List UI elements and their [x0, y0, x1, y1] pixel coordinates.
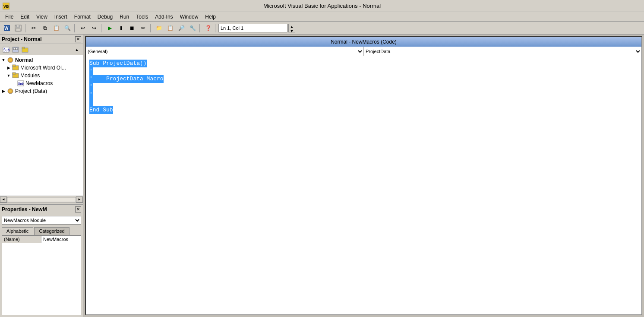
code-selected-1: Sub ProjectData() [89, 60, 147, 67]
menu-tools[interactable]: Tools [133, 13, 152, 21]
properties-panel-header: Properties - NewM ✕ [0, 205, 83, 214]
menu-debug[interactable]: Debug [94, 13, 116, 21]
menu-file[interactable]: File [2, 13, 17, 21]
code-editor[interactable]: Sub ProjectData() ' ' ProjectData Macro … [86, 56, 641, 314]
design-btn[interactable]: ✏ [138, 23, 148, 33]
break-btn[interactable]: ⏸ [116, 23, 126, 33]
main-layout: Project - Normal ✕ Sub [0, 35, 644, 317]
toolbar-separator-1 [25, 24, 27, 32]
project-panel-close[interactable]: ✕ [75, 36, 81, 42]
properties-panel: Properties - NewM ✕ NewMacros Module Alp… [0, 205, 83, 317]
tree-label-normal: Normal [15, 57, 33, 63]
toolbar-separator-6 [215, 24, 217, 32]
svg-rect-7 [16, 29, 20, 31]
word-icon-btn[interactable]: W [2, 23, 12, 33]
svg-text:Sub: Sub [18, 82, 24, 86]
tab-alphabetic[interactable]: Alphabetic [2, 227, 33, 235]
run-btn[interactable]: ▶ [104, 23, 115, 33]
title-text: Microsoft Visual Basic for Applications … [263, 3, 381, 9]
project-panel: Project - Normal ✕ Sub [0, 35, 83, 203]
tree-item-newmacros[interactable]: Sub NewMacros [0, 79, 83, 87]
tree-scroll-right[interactable]: ► [76, 197, 83, 203]
paste-btn[interactable]: 📋 [51, 23, 61, 33]
menu-format[interactable]: Format [71, 13, 94, 21]
help-btn[interactable]: ❓ [203, 23, 213, 33]
expander-msword[interactable]: ▶ [6, 65, 11, 70]
undo-btn[interactable]: ↩ [78, 23, 88, 33]
toolbar: W ✂ ⧉ 📋 🔍 ↩ ↪ ▶ ⏸ ⏹ ✏ 📁 📋 🔎 🔧 ❓ Ln 1, Co… [0, 22, 644, 35]
props-cell-value[interactable]: NewMacros [41, 236, 81, 243]
menu-view[interactable]: View [33, 13, 51, 21]
code-line-1: Sub ProjectData() [89, 60, 638, 67]
code-line-5: ' [89, 91, 638, 98]
view-object-btn[interactable] [11, 45, 20, 54]
tree-item-projectdata[interactable]: ▶ Project (Data) [0, 87, 83, 95]
tree-scroll-left[interactable]: ◄ [0, 197, 7, 203]
toolbar-separator-5 [199, 24, 201, 32]
code-selected-3: ' ProjectData Macro [89, 75, 164, 83]
object-browser-btn[interactable]: 🔎 [176, 23, 186, 33]
code-line-2: ' [89, 67, 638, 75]
code-line-4: ' [89, 83, 638, 91]
properties-object-select[interactable]: NewMacros Module [2, 216, 81, 225]
project-panel-title: Project - Normal [2, 36, 42, 42]
code-window: Normal - NewMacros (Code) (General) Proj… [85, 36, 642, 315]
properties-btn[interactable]: 📋 [165, 23, 175, 33]
location-display: Ln 1, Col 1 [218, 24, 287, 32]
props-cell-label: (Name) [2, 236, 41, 243]
project-panel-header: Project - Normal ✕ [0, 35, 83, 44]
redo-btn[interactable]: ↪ [89, 23, 99, 33]
svg-rect-20 [13, 73, 16, 74]
app-icon: VB [3, 3, 9, 10]
properties-tabs: Alphabetic Categorized [0, 226, 83, 235]
tree-item-msword[interactable]: ▶ Microsoft Word Ol... [0, 64, 83, 72]
project-explorer-btn[interactable]: 📁 [154, 23, 164, 33]
tab-categorized[interactable]: Categorized [34, 227, 69, 235]
project-tree: ▼ Normal ▶ Microsoft Word Ol... [0, 55, 83, 196]
menu-insert[interactable]: Insert [51, 13, 71, 21]
svg-rect-18 [13, 65, 16, 67]
menu-help[interactable]: Help [202, 13, 219, 21]
svg-rect-6 [17, 25, 19, 27]
properties-panel-title: Properties - NewM [2, 206, 47, 212]
menu-window[interactable]: Window [177, 13, 202, 21]
save-btn[interactable] [13, 23, 23, 33]
code-line-6 [89, 98, 638, 106]
tree-item-modules[interactable]: ▼ Modules [0, 72, 83, 79]
cut-btn[interactable]: ✂ [28, 23, 39, 33]
location-scroll[interactable]: ▲ ▼ [288, 24, 295, 32]
properties-panel-close[interactable]: ✕ [75, 206, 81, 212]
expander-projectdata[interactable]: ▶ [1, 89, 6, 94]
menu-edit[interactable]: Edit [17, 13, 33, 21]
tree-scrollbar[interactable]: ◄ ► [0, 196, 83, 203]
properties-dropdown-area: NewMacros Module [2, 216, 81, 225]
find-btn[interactable]: 🔍 [62, 23, 73, 33]
toolbar-separator-4 [150, 24, 152, 32]
menu-run[interactable]: Run [116, 13, 133, 21]
menu-bar: File Edit View Insert Format Debug Run T… [0, 12, 644, 22]
code-object-select[interactable]: (General) [86, 47, 363, 56]
expander-modules[interactable]: ▼ [6, 73, 11, 78]
code-selected-4: ' [89, 83, 93, 91]
reset-btn[interactable]: ⏹ [127, 23, 137, 33]
toolbox-btn[interactable]: 🔧 [187, 23, 198, 33]
left-panel: Project - Normal ✕ Sub [0, 35, 83, 317]
view-code-btn[interactable]: Sub [2, 45, 10, 54]
copy-btn[interactable]: ⧉ [40, 23, 50, 33]
tree-scroll-track[interactable] [7, 197, 76, 202]
code-selected-6 [89, 98, 93, 106]
project-scroll-up[interactable]: ▲ [73, 45, 81, 54]
tree-item-normal[interactable]: ▼ Normal [0, 56, 83, 64]
right-panel: Normal - NewMacros (Code) (General) Proj… [83, 35, 644, 317]
menu-addins[interactable]: Add-Ins [152, 13, 176, 21]
svg-point-16 [9, 59, 12, 61]
expander-normal[interactable]: ▼ [1, 57, 6, 63]
code-left-dropdown: (General) [86, 47, 364, 56]
toolbar-separator-2 [74, 24, 76, 32]
code-selected-7: End Sub [89, 106, 113, 114]
toggle-folder-btn[interactable] [21, 45, 29, 54]
props-row-name: (Name) NewMacros [2, 236, 81, 243]
svg-text:W: W [4, 26, 9, 31]
code-proc-select[interactable]: ProjectData [364, 47, 641, 56]
code-selected-2: ' [89, 67, 93, 75]
